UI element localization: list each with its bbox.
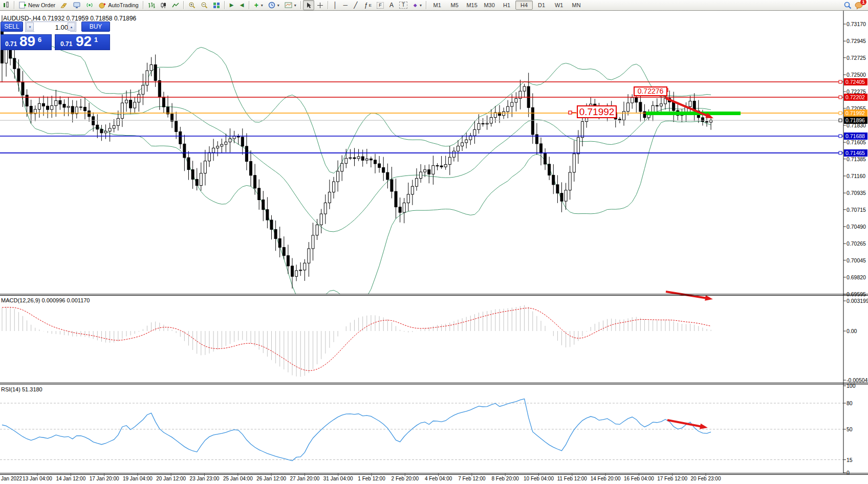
- trendline-icon: ╱: [353, 1, 358, 10]
- timeframe-m5[interactable]: M5: [446, 1, 463, 10]
- toolbar-separator: [183, 1, 184, 9]
- macd-values: 0.000996 0.001170: [41, 297, 90, 303]
- chevron-down-icon: ▾: [277, 3, 279, 8]
- fibonacci-channel-button[interactable]: F: [374, 0, 386, 10]
- clock-icon: [268, 2, 275, 9]
- fibonacci-sub-label: E: [369, 3, 372, 8]
- chart-low-value: 0.71858: [90, 15, 112, 22]
- candlestick-chart-icon: [160, 2, 167, 9]
- timeframe-d1[interactable]: D1: [533, 1, 550, 10]
- crosshair-icon: [317, 2, 323, 9]
- sell-price-sup: 6: [38, 36, 41, 43]
- vertical-line-button[interactable]: │: [330, 0, 340, 10]
- main-toolbar: New Order AutoTrading: [0, 0, 868, 11]
- chart-open-value: 0.71932: [42, 15, 64, 22]
- cursor-button[interactable]: [303, 0, 314, 10]
- timeframe-w1[interactable]: W1: [550, 1, 568, 10]
- macd-name: MACD(12,26,9): [1, 297, 40, 303]
- sell-price-big: 89: [19, 33, 35, 50]
- templates-button[interactable]: ▾: [282, 0, 299, 10]
- search-icon[interactable]: [843, 1, 852, 9]
- sell-price-prefix: 0.71: [5, 40, 17, 48]
- volume-input[interactable]: [34, 22, 70, 32]
- autotrading-button[interactable]: AutoTrading: [96, 0, 141, 10]
- chevron-down-icon: ▾: [294, 3, 296, 8]
- timeframe-mn[interactable]: MN: [568, 1, 585, 10]
- sell-price-box[interactable]: 0.71 89 6: [1, 34, 52, 50]
- volume-decrease-button[interactable]: ▾: [26, 23, 34, 31]
- timeframe-h4[interactable]: H4: [515, 1, 533, 10]
- macd-label: MACD(12,26,9) 0.000996 0.001170: [1, 297, 90, 303]
- toolbar-right-group: 1: [843, 1, 868, 9]
- cursor-icon: [306, 2, 312, 9]
- horizontal-line-button[interactable]: ─: [340, 0, 351, 10]
- symbol-chart-icon-button[interactable]: [0, 0, 12, 10]
- notification-bubble-icon[interactable]: 1: [855, 1, 864, 9]
- timeframe-m30[interactable]: M30: [481, 1, 498, 10]
- trendline-button[interactable]: ╱: [351, 0, 361, 10]
- rsi-value: 51.3180: [22, 386, 42, 392]
- auto-scroll-icon: ▶: [229, 1, 234, 10]
- crosshair-button[interactable]: [314, 0, 326, 10]
- new-order-button[interactable]: New Order: [16, 0, 58, 10]
- timeframe-m15[interactable]: M15: [463, 1, 481, 10]
- arrows-icon: ◆: [413, 1, 418, 10]
- signals-button[interactable]: [83, 0, 96, 10]
- bar-chart-button[interactable]: [145, 0, 158, 10]
- chart-close-value: 0.71896: [114, 15, 136, 22]
- terminal-button[interactable]: [71, 0, 83, 10]
- rsi-indicator: [0, 399, 843, 461]
- toolbar-separator: [249, 1, 250, 9]
- vertical-line-icon: │: [333, 1, 338, 10]
- timeframe-m1[interactable]: M1: [428, 1, 446, 10]
- indicators-button[interactable]: + ▾: [251, 0, 266, 10]
- buy-price-box[interactable]: 0.71 92 1: [55, 34, 110, 50]
- indicators-add-icon: +: [254, 1, 259, 10]
- chart-symbol-period: AUDUSD-,H4: [3, 15, 40, 22]
- zoom-in-button[interactable]: [186, 0, 198, 10]
- template-icon: [285, 2, 292, 8]
- fibonacci-icon: ƒ: [363, 1, 368, 10]
- auto-scroll-button[interactable]: ▶: [227, 0, 237, 10]
- buy-button[interactable]: BUY: [81, 21, 110, 32]
- text-label-button[interactable]: T: [397, 0, 410, 10]
- notification-count-badge: 1: [860, 0, 866, 5]
- gold-chart-button[interactable]: [58, 0, 71, 10]
- horizontal-line-icon: ─: [343, 1, 348, 10]
- rsi-name: RSI(14): [1, 386, 20, 392]
- chevron-down-icon: ▾: [420, 3, 422, 8]
- periods-button[interactable]: ▾: [266, 0, 282, 10]
- zoom-out-button[interactable]: [198, 0, 210, 10]
- buy-price-big: 92: [76, 33, 92, 50]
- signal-icon: [86, 2, 94, 9]
- text-button[interactable]: A: [386, 0, 397, 10]
- candlestick-series: [1, 15, 712, 289]
- buy-price-prefix: 0.71: [60, 40, 72, 48]
- sell-button[interactable]: SELL: [1, 21, 23, 32]
- bollinger-bands: [10, 35, 711, 312]
- mini-candlestick-icon: [3, 2, 10, 9]
- chart-high-value: 0.71959: [66, 15, 88, 22]
- toolbar-separator: [14, 1, 15, 9]
- zoom-in-icon: [188, 2, 196, 9]
- chevron-down-icon: ▾: [261, 3, 263, 8]
- autotrading-label: AutoTrading: [108, 2, 139, 8]
- chart-canvas[interactable]: [0, 0, 868, 484]
- candlestick-chart-button[interactable]: [158, 0, 169, 10]
- toolbar-separator: [224, 1, 225, 9]
- timeframe-h1[interactable]: H1: [498, 1, 515, 10]
- chart-shift-button[interactable]: ◀: [237, 0, 247, 10]
- chart-title: AUDUSD-,H4 0.71932 0.71959 0.71858 0.718…: [3, 15, 136, 22]
- arrows-button[interactable]: ◆ ▾: [410, 0, 424, 10]
- trend-arrow[interactable]: [666, 292, 707, 298]
- fibonacci-button[interactable]: ƒE: [361, 0, 374, 10]
- volume-increase-button[interactable]: ▴: [68, 23, 75, 31]
- toolbar-separator: [143, 1, 144, 9]
- line-chart-button[interactable]: [169, 0, 182, 10]
- support-highlight-bar[interactable]: [646, 112, 741, 115]
- toolbar-separator: [300, 1, 301, 9]
- toolbar-separator: [328, 1, 329, 9]
- tile-windows-button[interactable]: [210, 0, 223, 10]
- macd-indicator: [2, 305, 711, 377]
- one-click-trading-panel: SELL ▾ ▴ BUY 0.71 89 6 0.71 92 1: [1, 21, 110, 50]
